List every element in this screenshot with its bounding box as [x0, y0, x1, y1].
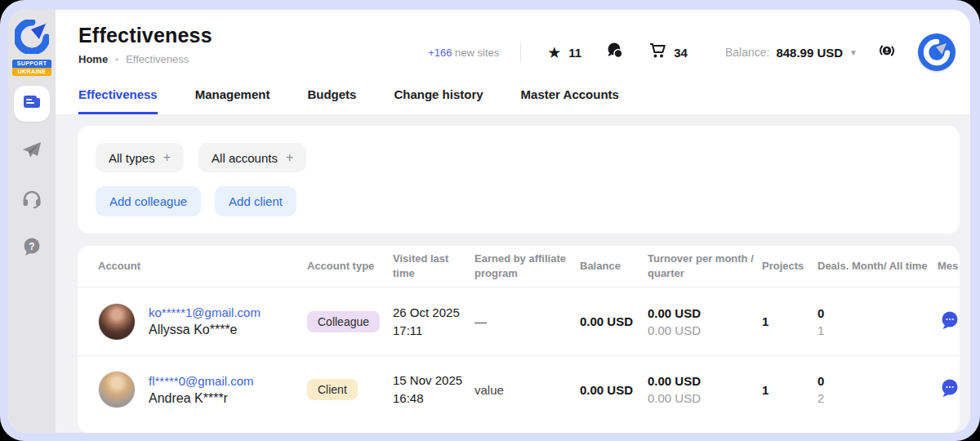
- balance-label: Balance:: [725, 46, 769, 59]
- tab-budgets[interactable]: Budgets: [307, 87, 356, 114]
- notifications-button[interactable]: [877, 41, 897, 64]
- account-email-link[interactable]: fl*****0@gmail.com: [149, 374, 254, 388]
- col-earned: Earned by affiliate program: [474, 252, 580, 280]
- main-area: Effectiveness Home Effectiveness +166 ne…: [56, 10, 970, 433]
- new-sites-count: +166: [428, 47, 452, 59]
- app-window: SUPPORT UKRAINE: [8, 10, 970, 433]
- message-bubble-icon: [939, 377, 960, 399]
- add-client-button[interactable]: Add client: [215, 186, 296, 216]
- tab-management[interactable]: Management: [195, 87, 270, 114]
- add-colleague-button[interactable]: Add colleague: [96, 186, 201, 216]
- telegram-icon: [20, 139, 43, 165]
- svg-text:?: ?: [29, 241, 34, 252]
- breadcrumb-current: Effectiveness: [126, 53, 189, 65]
- sidebar-nav: ?: [14, 86, 50, 278]
- window-frame: SUPPORT UKRAINE: [0, 0, 980, 441]
- account-avatar: [98, 303, 136, 341]
- balance-dropdown[interactable]: Balance: 848.99 USD ▼: [725, 46, 858, 60]
- visited-time: 16:48: [393, 390, 474, 408]
- balance-value: 848.99 USD: [776, 46, 843, 60]
- cart-count: 34: [674, 46, 688, 60]
- filter-all-types[interactable]: All types +: [96, 143, 184, 172]
- chat-button[interactable]: [606, 42, 624, 63]
- tab-effectiveness[interactable]: Effectiveness: [78, 87, 158, 114]
- plus-icon: +: [163, 150, 171, 165]
- turnover-month: 0.00 USD: [648, 306, 762, 320]
- plus-icon: +: [286, 150, 293, 165]
- chat-icon: [606, 42, 624, 63]
- breadcrumb-separator: [115, 58, 118, 61]
- notification-icon: [877, 41, 897, 64]
- table-row: fl*****0@gmail.com Andrea K****r Client …: [78, 355, 960, 423]
- account-name: Allyssa Ko****e: [149, 323, 261, 337]
- news-icon: [21, 91, 42, 116]
- sidebar-item-news[interactable]: [14, 86, 50, 122]
- tab-master-accounts[interactable]: Master Accounts: [521, 87, 619, 114]
- col-account: Account: [98, 259, 307, 274]
- balance-cell: 0.00 USD: [580, 314, 648, 328]
- favorites-count: 11: [568, 46, 581, 60]
- account-name: Andrea K****r: [149, 391, 254, 406]
- deals-month: 0: [817, 374, 938, 388]
- account-email-link[interactable]: ko*****1@gmail.com: [149, 305, 261, 319]
- filter-accounts-label: All accounts: [212, 151, 278, 165]
- tab-change-history[interactable]: Change history: [394, 87, 483, 114]
- cart-icon: [648, 42, 666, 63]
- projects-count: 1: [762, 314, 817, 328]
- filters-card: All types + All accounts + Add colleague…: [78, 126, 960, 234]
- sidebar: SUPPORT UKRAINE: [8, 10, 56, 433]
- new-sites-counter[interactable]: +166 new sites: [428, 47, 499, 59]
- header-stats: +166 new sites ★ 11: [428, 24, 956, 71]
- account-avatar: [98, 371, 136, 408]
- balance-cell: 0.00 USD: [580, 383, 648, 397]
- page-title: Effectiveness: [78, 24, 212, 47]
- star-icon: ★: [547, 45, 561, 60]
- account-type-badge: Colleague: [307, 311, 380, 332]
- help-icon: ?: [21, 236, 42, 261]
- content-area: All types + All accounts + Add colleague…: [56, 114, 970, 433]
- deals-month: 0: [817, 306, 938, 320]
- new-sites-label: new sites: [455, 47, 499, 59]
- sidebar-item-telegram[interactable]: [14, 134, 50, 170]
- visited-date: 26 Oct 2025: [393, 304, 474, 322]
- visited-time: 17:11: [393, 322, 474, 340]
- message-button[interactable]: [939, 310, 960, 334]
- turnover-quarter: 0.00 USD: [648, 323, 762, 337]
- message-bubble-icon: [939, 310, 960, 331]
- col-deals: Deals. Month/ All time: [817, 259, 938, 274]
- col-account-type: Account type: [307, 259, 393, 274]
- col-message: Mes: [938, 259, 960, 274]
- account-type-badge: Client: [307, 379, 358, 400]
- breadcrumb-home[interactable]: Home: [78, 53, 108, 65]
- message-button[interactable]: [939, 377, 960, 402]
- projects-count: 1: [762, 383, 817, 397]
- col-visited: Visited last time: [393, 252, 474, 280]
- filter-all-accounts[interactable]: All accounts +: [198, 143, 306, 172]
- earned-value: value: [474, 383, 580, 397]
- cart-counter[interactable]: 34: [648, 42, 688, 63]
- col-projects: Projects: [762, 259, 817, 274]
- tab-bar: Effectiveness Management Budgets Change …: [56, 78, 970, 114]
- turnover-quarter: 0.00 USD: [648, 391, 762, 405]
- accounts-table-card: Account Account type Visited last time E…: [78, 246, 960, 433]
- headphones-icon: [21, 188, 42, 212]
- table-header-row: Account Account type Visited last time E…: [78, 246, 960, 287]
- app-logo[interactable]: SUPPORT UKRAINE: [12, 20, 51, 76]
- table-row: ko*****1@gmail.com Allyssa Ko****e Colle…: [78, 287, 960, 355]
- earned-value: —: [474, 314, 580, 328]
- deals-all-time: 1: [817, 323, 938, 337]
- page-header: Effectiveness Home Effectiveness +166 ne…: [56, 10, 970, 78]
- breadcrumb: Home Effectiveness: [78, 53, 212, 65]
- stats-divider: [520, 42, 521, 63]
- col-balance: Balance: [580, 259, 648, 274]
- col-turnover: Turnover per month / quarter: [648, 252, 762, 280]
- collaborator-logo-icon: [15, 20, 49, 57]
- favorites-counter[interactable]: ★ 11: [547, 45, 581, 60]
- caret-down-icon: ▼: [849, 48, 858, 57]
- user-avatar[interactable]: [918, 33, 956, 71]
- visited-date: 15 Nov 2025: [393, 372, 474, 390]
- sidebar-item-help[interactable]: ?: [14, 230, 50, 266]
- filter-types-label: All types: [109, 151, 155, 165]
- turnover-month: 0.00 USD: [648, 374, 762, 388]
- sidebar-item-support[interactable]: [14, 182, 50, 218]
